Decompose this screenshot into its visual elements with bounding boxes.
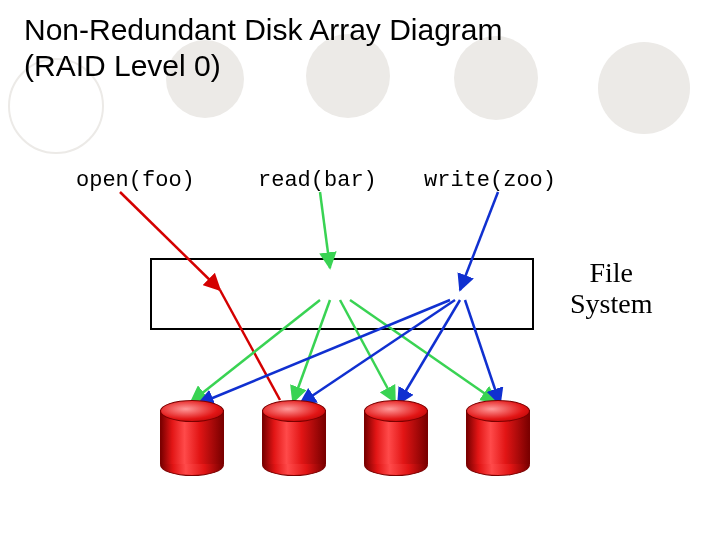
disk-top-icon [262,400,326,422]
title-line-2: (RAID Level 0) [24,49,221,82]
arrow-read-to-fs [320,192,330,268]
disk-top-icon [364,400,428,422]
disk-3 [364,400,426,474]
disk-2 [262,400,324,474]
diagram-title: Non-Redundant Disk Array Diagram (RAID L… [24,12,503,84]
disk-top-icon [466,400,530,422]
file-system-box [150,258,534,330]
fs-label-line-2: System [570,288,652,319]
op-read-label: read(bar) [258,168,377,193]
file-system-label: File System [570,258,652,320]
title-line-1: Non-Redundant Disk Array Diagram [24,13,503,46]
op-open-label: open(foo) [76,168,195,193]
disk-4 [466,400,528,474]
op-write-label: write(zoo) [424,168,556,193]
disk-top-icon [160,400,224,422]
fs-label-line-1: File [589,257,633,288]
disk-1 [160,400,222,474]
bg-circle [598,42,690,134]
